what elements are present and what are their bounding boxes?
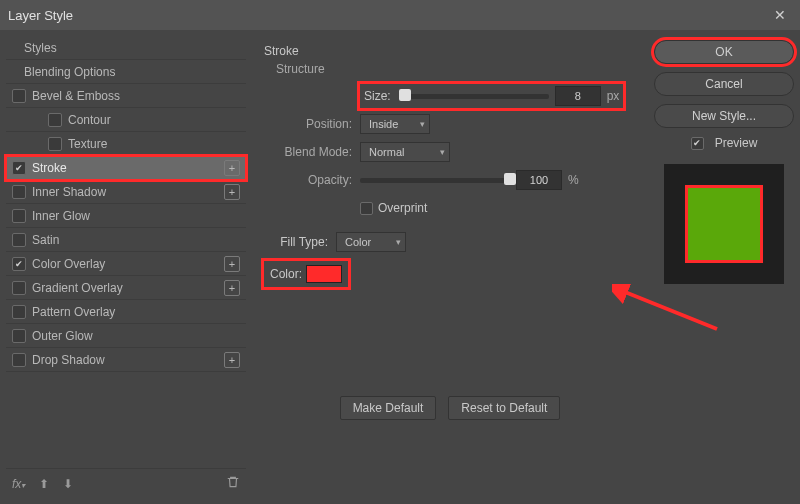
size-slider[interactable] <box>399 94 549 99</box>
plus-icon[interactable]: + <box>224 184 240 200</box>
size-unit: px <box>607 89 620 103</box>
sidebar-item-drop-shadow[interactable]: Drop Shadow+ <box>6 348 246 372</box>
sidebar-item-bevel-emboss[interactable]: Bevel & Emboss <box>6 84 246 108</box>
opacity-slider[interactable] <box>360 178 510 183</box>
filltype-label: Fill Type: <box>264 235 336 249</box>
checkbox-icon[interactable] <box>12 209 26 223</box>
sidebar-item-texture[interactable]: Texture <box>6 132 246 156</box>
cancel-button[interactable]: Cancel <box>654 72 794 96</box>
fx-icon[interactable]: fx▾ <box>12 477 25 491</box>
checkbox-icon[interactable] <box>12 89 26 103</box>
preview-checkbox[interactable] <box>691 137 704 150</box>
arrow-down-icon[interactable]: ⬇ <box>63 477 73 491</box>
preview-toggle[interactable]: Preview <box>654 136 794 150</box>
sidebar-item-contour[interactable]: Contour <box>6 108 246 132</box>
color-swatch[interactable] <box>306 265 342 283</box>
plus-icon[interactable]: + <box>224 160 240 176</box>
filltype-dropdown[interactable]: Color <box>336 232 406 252</box>
group-title: Stroke <box>264 44 636 58</box>
checkbox-icon[interactable] <box>12 185 26 199</box>
sidebar: Styles Blending Options Bevel & Emboss C… <box>6 36 246 498</box>
sidebar-item-gradient-overlay[interactable]: Gradient Overlay+ <box>6 276 246 300</box>
stroke-panel: Stroke Structure Size: 8 px Position: In… <box>252 36 648 498</box>
reset-default-button[interactable]: Reset to Default <box>448 396 560 420</box>
sidebar-footer: fx▾ ⬆ ⬇ <box>6 468 246 498</box>
layer-style-dialog: Layer Style ✕ Styles Blending Options Be… <box>0 0 800 504</box>
size-input[interactable]: 8 <box>555 86 601 106</box>
new-style-button[interactable]: New Style... <box>654 104 794 128</box>
make-default-button[interactable]: Make Default <box>340 396 437 420</box>
position-dropdown[interactable]: Inside <box>360 114 430 134</box>
sidebar-item-outer-glow[interactable]: Outer Glow <box>6 324 246 348</box>
sidebar-item-inner-shadow[interactable]: Inner Shadow+ <box>6 180 246 204</box>
sidebar-item-inner-glow[interactable]: Inner Glow <box>6 204 246 228</box>
plus-icon[interactable]: + <box>224 352 240 368</box>
overprint-checkbox[interactable] <box>360 202 373 215</box>
blend-mode-label: Blend Mode: <box>264 145 360 159</box>
opacity-unit: % <box>568 173 579 187</box>
checkbox-icon[interactable] <box>12 281 26 295</box>
checkbox-icon[interactable] <box>12 353 26 367</box>
titlebar: Layer Style ✕ <box>0 0 800 30</box>
structure-label: Structure <box>276 62 636 76</box>
sidebar-item-pattern-overlay[interactable]: Pattern Overlay <box>6 300 246 324</box>
sidebar-item-color-overlay[interactable]: Color Overlay+ <box>6 252 246 276</box>
close-icon[interactable]: ✕ <box>768 3 792 27</box>
checkbox-icon[interactable] <box>48 137 62 151</box>
checkbox-icon[interactable] <box>48 113 62 127</box>
opacity-input[interactable]: 100 <box>516 170 562 190</box>
sidebar-item-blending-options[interactable]: Blending Options <box>6 60 246 84</box>
preview-swatch-icon <box>685 185 763 263</box>
preview-thumbnail <box>664 164 784 284</box>
blend-mode-dropdown[interactable]: Normal <box>360 142 450 162</box>
right-panel: OK Cancel New Style... Preview <box>654 36 794 498</box>
color-label: Color: <box>270 267 302 281</box>
sidebar-item-satin[interactable]: Satin <box>6 228 246 252</box>
plus-icon[interactable]: + <box>224 256 240 272</box>
default-buttons-row: Make Default Reset to Default <box>264 396 636 420</box>
window-title: Layer Style <box>8 8 73 23</box>
opacity-label: Opacity: <box>264 173 360 187</box>
position-label: Position: <box>264 117 360 131</box>
size-control-highlight: Size: 8 px <box>360 84 623 108</box>
trash-icon[interactable] <box>226 475 240 492</box>
arrow-up-icon[interactable]: ⬆ <box>39 477 49 491</box>
color-control-highlight: Color: <box>264 261 348 287</box>
main-area: Styles Blending Options Bevel & Emboss C… <box>0 30 800 504</box>
preview-label: Preview <box>715 136 758 150</box>
checkbox-icon[interactable] <box>12 233 26 247</box>
overprint-label: Overprint <box>378 201 427 215</box>
plus-icon[interactable]: + <box>224 280 240 296</box>
checkbox-icon[interactable] <box>12 161 26 175</box>
checkbox-icon[interactable] <box>12 257 26 271</box>
effects-list: Styles Blending Options Bevel & Emboss C… <box>6 36 246 468</box>
sidebar-item-styles[interactable]: Styles <box>6 36 246 60</box>
ok-button[interactable]: OK <box>654 40 794 64</box>
checkbox-icon[interactable] <box>12 305 26 319</box>
sidebar-item-stroke[interactable]: Stroke+ <box>6 156 246 180</box>
checkbox-icon[interactable] <box>12 329 26 343</box>
